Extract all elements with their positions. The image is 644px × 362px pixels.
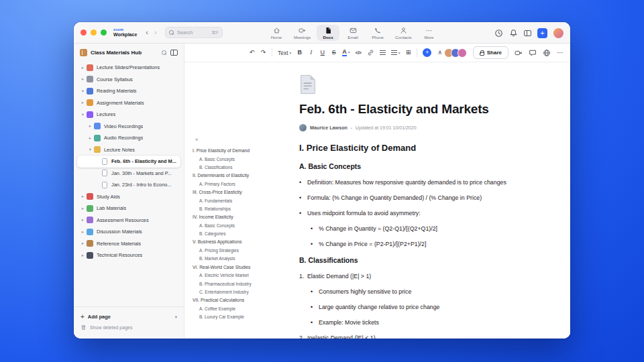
sidebar-item[interactable]: ▾Reading Materials	[77, 85, 180, 97]
doc-bullet-item[interactable]: •Definition: Measures how responsive qua…	[299, 179, 557, 186]
bold-button[interactable]: B	[297, 50, 303, 56]
doc-bullet-item[interactable]: •Large quantity change relative to price…	[311, 304, 557, 311]
collapse-toolbar-icon[interactable]: ∧	[437, 50, 443, 56]
chevron-right-icon[interactable]: ▸	[80, 100, 86, 105]
doc-subheading[interactable]: A. Basic Concepts	[299, 162, 557, 170]
toc-item[interactable]: B. Luxury Car Example	[199, 315, 293, 320]
notifications-bell-icon[interactable]	[509, 29, 518, 38]
toc-item[interactable]: A. Pricing Strategies	[199, 249, 293, 253]
doc-bullet-item[interactable]: •Consumers highly sensitive to price	[311, 288, 557, 296]
video-icon[interactable]	[515, 49, 523, 57]
sidebar-item[interactable]: Jan. 23rd - Intro to Econo...	[77, 179, 180, 191]
more-options-icon[interactable]: ⋯	[557, 50, 564, 56]
toc-item[interactable]: B. Classifications	[199, 166, 293, 170]
chevron-right-icon[interactable]: ▸	[80, 194, 86, 199]
tab-contacts[interactable]: Contacts	[391, 25, 415, 42]
link-icon[interactable]	[367, 49, 374, 56]
chevron-right-icon[interactable]: ▸	[80, 241, 86, 246]
italic-button[interactable]: I	[308, 50, 314, 56]
user-avatar[interactable]	[553, 28, 564, 38]
sidebar-item[interactable]: ▸Lab Materials	[77, 202, 180, 215]
tab-docs[interactable]: Docs	[317, 25, 339, 42]
toc-item[interactable]: A. Basic Concepts	[199, 224, 293, 229]
doc-bullet-item[interactable]: •% Change in Price = (P2-P1)/[(P2+P1)/2]	[311, 241, 557, 248]
insert-button[interactable]: +	[423, 48, 431, 57]
show-deleted-pages-button[interactable]: Show deleted pages	[80, 322, 177, 333]
doc-subheading[interactable]: B. Classifications	[299, 256, 557, 264]
chevron-down-icon[interactable]: ▾	[175, 314, 177, 320]
tab-home[interactable]: Home	[265, 25, 288, 42]
globe-icon[interactable]	[543, 49, 551, 57]
sidebar-item[interactable]: Jan. 30th - Markets and P...	[77, 168, 180, 180]
table-icon[interactable]: ⊞	[405, 50, 411, 56]
toc-item[interactable]: V. Business Applications	[193, 240, 293, 245]
chevron-down-icon[interactable]: ▾	[80, 88, 86, 94]
doc-bullet-item[interactable]: •Formula: (% Change in Quantity Demanded…	[299, 194, 557, 202]
new-item-button[interactable]: +	[537, 28, 547, 38]
toc-item[interactable]: VII. Practical Calculations	[193, 298, 293, 303]
sidebar-item[interactable]: ▸Lecture Slides/Presentations	[77, 62, 180, 74]
sidebar-panel-icon[interactable]	[170, 50, 178, 56]
align-dropdown[interactable]: ▾	[391, 50, 400, 56]
sidebar-item[interactable]: ▸Course Syllabus	[77, 74, 180, 86]
chevron-right-icon[interactable]: ▸	[80, 65, 86, 70]
doc-heading[interactable]: I. Price Elasticity of Demand	[299, 143, 557, 153]
back-button[interactable]: ‹	[146, 29, 148, 36]
tab-email[interactable]: Email	[341, 25, 364, 42]
sidebar-item[interactable]: ▾Lectures	[77, 109, 180, 121]
doc-bullet-item[interactable]: •% Change in Quantity = (Q2-Q1)/[(Q2+Q1)…	[311, 225, 557, 233]
sidebar-item[interactable]: ▸Technical Resources	[77, 249, 180, 261]
history-icon[interactable]	[494, 29, 503, 38]
sidebar-item[interactable]: ▸Audio Recordings	[77, 132, 180, 144]
bullet-list-icon[interactable]	[380, 50, 386, 56]
document-icon[interactable]	[299, 74, 557, 97]
chevron-right-icon[interactable]: ▸	[80, 76, 86, 82]
code-icon[interactable]: </>	[356, 50, 362, 55]
undo-icon[interactable]: ↶	[249, 50, 255, 56]
chevron-right-icon[interactable]: ▸	[80, 229, 86, 235]
chevron-down-icon[interactable]: ▾	[87, 147, 93, 152]
chevron-down-icon[interactable]: ▾	[80, 112, 86, 117]
sidebar-search-icon[interactable]	[162, 50, 167, 56]
toc-item[interactable]: B. Relationships	[199, 207, 293, 212]
tab-more[interactable]: ⋯ More	[418, 25, 441, 42]
tab-meetings[interactable]: Meetings	[290, 25, 315, 42]
sidebar-item[interactable]: Feb. 6th - Elasticity and M...	[77, 156, 180, 168]
strikethrough-button[interactable]: S	[331, 50, 337, 56]
sidebar-item[interactable]: ▸Video Recordings	[77, 121, 180, 133]
global-search-input[interactable]: Search ⌘F	[165, 27, 223, 38]
text-style-dropdown[interactable]: Text ▾	[278, 50, 291, 56]
chevron-right-icon[interactable]: ▸	[87, 123, 93, 129]
sidebar-item[interactable]: ▸Reference Materials	[77, 238, 180, 250]
add-page-button[interactable]: + Add page ▾	[80, 311, 177, 322]
toc-item[interactable]: B. Pharmaceutical Industry	[199, 282, 293, 287]
toc-item[interactable]: B. Categories	[199, 232, 293, 237]
toc-item[interactable]: A. Primary Factors	[199, 182, 293, 187]
minimize-button[interactable]	[91, 29, 97, 36]
text-color-dropdown[interactable]: A ▾	[342, 49, 350, 57]
collapse-toc-icon[interactable]: «	[195, 136, 199, 143]
sidebar-item[interactable]: ▸Study Aids	[77, 191, 180, 203]
chevron-right-icon[interactable]: ▸	[80, 206, 86, 211]
maximize-button[interactable]	[101, 29, 107, 36]
toc-item[interactable]: VI. Real-World Case Studies	[193, 265, 293, 270]
toc-item[interactable]: A. Basic Concepts	[199, 158, 293, 162]
chevron-right-icon[interactable]: ▸	[87, 135, 93, 141]
sidebar-item[interactable]: ▸Assignment Materials	[77, 97, 180, 109]
redo-icon[interactable]: ↷	[260, 50, 266, 56]
share-button[interactable]: Share	[473, 46, 508, 59]
doc-bullet-item[interactable]: •Uses midpoint formula to avoid asymmetr…	[299, 210, 557, 217]
sidebar-item[interactable]: ▸Discussion Materials	[77, 226, 180, 238]
comment-icon[interactable]	[529, 49, 537, 57]
toc-item[interactable]: A. Fundamentals	[199, 199, 293, 204]
underline-button[interactable]: U	[319, 50, 325, 56]
doc-title[interactable]: Feb. 6th - Elasticity and Markets	[299, 101, 557, 117]
doc-numbered-item[interactable]: 1.Elastic Demand (|E| > 1)	[299, 273, 557, 280]
tab-phone[interactable]: Phone	[366, 25, 389, 42]
toc-item[interactable]: IV. Income Elasticity	[193, 215, 293, 220]
toc-item[interactable]: C. Entertainment Industry	[199, 290, 293, 295]
chevron-right-icon[interactable]: ▸	[80, 217, 86, 223]
chevron-right-icon[interactable]: ▸	[80, 253, 86, 258]
forward-button[interactable]: ›	[154, 29, 157, 36]
toc-item[interactable]: A. Coffee Example	[199, 307, 293, 312]
